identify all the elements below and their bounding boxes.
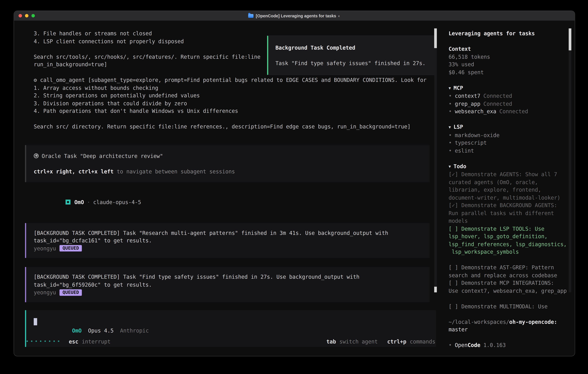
lsp-server-row: •markdown-oxide <box>449 131 575 139</box>
mcp-section-heading[interactable]: ▼MCP <box>449 84 575 92</box>
record-icon <box>34 153 39 158</box>
bullet-icon: • <box>449 147 452 154</box>
spacer-line <box>449 155 575 162</box>
window-title-text: [OpenCode] Leveraging agents for tasks <box>256 13 336 18</box>
app-name-suffix: Code <box>468 342 480 348</box>
status-left: •••••••• esc interrupt <box>26 338 111 345</box>
workspace-path: ~/local-workspaces/oh-my-opencode: <box>449 318 575 326</box>
workspace-repo: oh-my-opencode: <box>509 319 557 325</box>
traffic-lights <box>19 11 35 21</box>
bullet-icon: • <box>449 108 452 114</box>
spacer-line <box>449 295 575 302</box>
context-used: 33% used <box>449 61 575 68</box>
background-task-card: [BACKGROUND TASK COMPLETED] Task "Find t… <box>25 267 430 302</box>
scrollbar-thumb[interactable] <box>434 287 437 292</box>
mcp-server-row: •grep_appConnected <box>449 100 575 108</box>
scrollbar-thumb[interactable] <box>434 28 437 48</box>
todo-line: [✓] Demonstrate AGENTS: Show all 7 <box>449 170 575 178</box>
terminal-line: 1. Array access without bounds checking <box>14 84 442 92</box>
oracle-task-title: Oracle Task "Deep architecture review" <box>42 153 163 159</box>
window-body: 3. File handles or streams not closed4. … <box>14 21 575 356</box>
bullet-icon: • <box>449 342 452 348</box>
bullet-icon: • <box>449 132 452 138</box>
minimize-button[interactable] <box>25 14 29 18</box>
todo-line: document-writer, multimodal-looker) <box>449 194 575 201</box>
main-scrollbar[interactable] <box>434 28 437 292</box>
lsp-server-name: markdown-oxide <box>455 132 499 138</box>
chevron-down-icon: ▼ <box>449 86 451 90</box>
hint-text: to navigate between subagent sessions <box>114 168 235 174</box>
terminal-line: ⚙ call_omo_agent [subagent_type=explore,… <box>14 76 442 84</box>
todo-line: lsp_find_references, lsp_diagnostics, <box>449 240 575 248</box>
task-card-line: task_id="bg_dcfac161" to get results. <box>26 237 430 245</box>
background-task-card: [BACKGROUND TASK COMPLETED] Task "Resear… <box>25 223 430 258</box>
lsp-server-list: •markdown-oxide•typescript•eslint <box>449 131 575 155</box>
lsp-server-row: •typescript <box>449 139 575 147</box>
session-title: Leveraging agents for tasks <box>449 30 575 37</box>
mcp-server-list: •context7Connected•grep_appConnected•web… <box>449 92 575 115</box>
spacer-line <box>449 37 575 45</box>
subagent-nav-hint: ctrl+x right, ctrl+x left to navigate be… <box>26 168 430 176</box>
task-card-line: [BACKGROUND TASK COMPLETED] Task "Resear… <box>26 229 430 237</box>
status-bar: •••••••• esc interrupt tab switch agent … <box>26 338 435 345</box>
lsp-server-row: •eslint <box>449 147 575 155</box>
todo-line: [ ] Demonstrate AST-GREP: Pattern <box>449 264 575 271</box>
todo-list: [✓] Demonstrate AGENTS: Show all 7curate… <box>449 170 575 310</box>
workspace-branch: master <box>449 326 575 333</box>
todo-line: Run parallel tasks with different <box>449 209 575 217</box>
todo-line: lsp_hover, lsp_goto_definition, <box>449 233 575 240</box>
todo-line: [ ] Demonstrate MCP INTEGRATIONS: <box>449 279 575 287</box>
spacer-line <box>449 115 575 123</box>
todo-line: [ ] Demonstrate MULTIMODAL: Use <box>449 302 575 310</box>
hint-keys: ctrl+x right, ctrl+x left <box>34 168 114 174</box>
context-spent: $0.46 spent <box>449 68 575 76</box>
oracle-task-panel: Oracle Task "Deep architecture review" c… <box>25 145 430 182</box>
lsp-server-name: eslint <box>455 147 474 154</box>
oracle-task-header: Oracle Task "Deep architecture review" <box>26 152 430 160</box>
esc-key-hint: esc <box>69 338 78 345</box>
tab-key-hint: tab <box>326 338 336 345</box>
input-model-name: Opus 4.5 <box>88 327 114 333</box>
lsp-heading-label: LSP <box>454 124 463 130</box>
app-version-footer: •OpenCode1.0.163 <box>449 341 575 349</box>
terminal-line: 2. String operations on potentially unde… <box>14 92 442 100</box>
notification-toast: Background Task Completed Task "Find typ… <box>267 36 436 75</box>
todo-line: [✓] Demonstrate BACKGROUND AGENTS: <box>449 201 575 209</box>
separator-dot: · <box>87 199 90 205</box>
todo-line: curated agents (OmO, oracle, <box>449 178 575 186</box>
esc-key-label: interrupt <box>82 338 111 345</box>
mcp-server-status: Connected <box>483 93 512 99</box>
task-card-line: task_id="bg_6f59260c" to get results. <box>26 281 430 289</box>
task-card-meta: yeongyu QUEUED <box>26 289 430 296</box>
todo-line: librarian, explore, frontend, <box>449 186 575 194</box>
titlebar[interactable]: [OpenCode] Leveraging agents for tasks ◐ <box>14 11 575 21</box>
close-button[interactable] <box>19 14 22 18</box>
bullet-icon: • <box>449 101 452 107</box>
scrollbar-thumb[interactable] <box>569 28 571 50</box>
terminal-line: 3. Division operations that could divide… <box>14 99 442 107</box>
mcp-heading-label: MCP <box>454 85 463 91</box>
lsp-section-heading[interactable]: ▼LSP <box>449 123 575 131</box>
todo-section-heading[interactable]: ▼Todo <box>449 162 575 170</box>
agent-name: OmO <box>74 199 84 205</box>
task-card-meta: yeongyu QUEUED <box>26 244 430 252</box>
zoom-button[interactable] <box>32 14 35 18</box>
terminal-line: 4. Path operations that don't handle Win… <box>14 107 442 115</box>
todo-line: search and replace across codebase <box>449 271 575 279</box>
agent-model: claude-opus-4-5 <box>93 199 141 205</box>
todo-line: [ ] Demonstrate LSP TOOLS: Use <box>449 225 575 233</box>
mcp-server-row: •context7Connected <box>449 92 575 100</box>
sidebar-scrollbar[interactable] <box>569 28 571 292</box>
mcp-server-name: context7 <box>455 93 480 99</box>
spacer-line <box>26 160 430 168</box>
mcp-server-row: •websearch_exaConnected <box>449 108 575 115</box>
window-title: [OpenCode] Leveraging agents for tasks ◐ <box>248 13 340 18</box>
spacer-line <box>449 76 575 84</box>
screen: [OpenCode] Leveraging agents for tasks ◐… <box>0 0 588 374</box>
chevron-down-icon: ▼ <box>449 125 451 129</box>
mcp-server-name: grep_app <box>455 101 480 107</box>
queued-badge: QUEUED <box>60 289 82 296</box>
task-user: yeongyu <box>34 244 56 252</box>
mcp-server-status: Connected <box>483 101 512 107</box>
app-name-prefix: Open <box>455 342 467 348</box>
